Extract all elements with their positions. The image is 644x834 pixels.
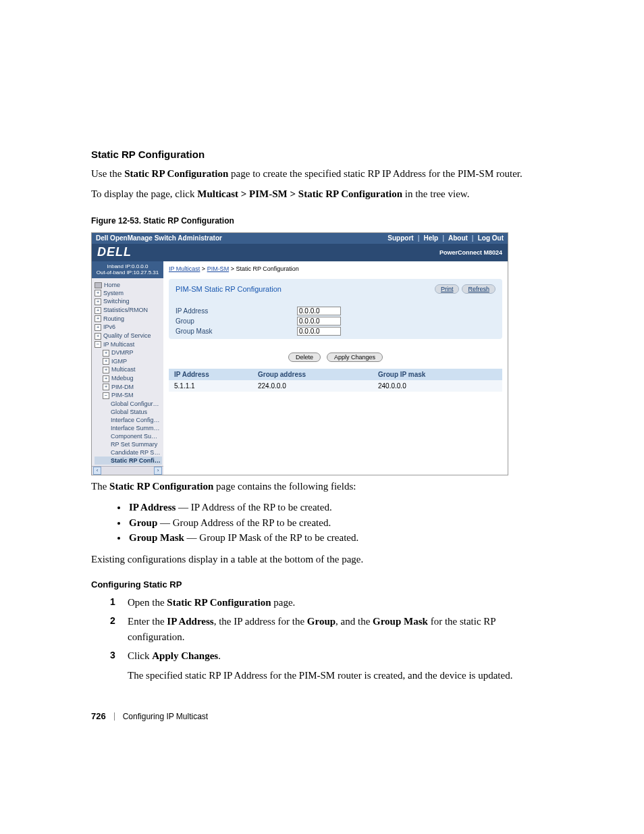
th-ip-address: IP Address [174,371,258,378]
text-bold: Group [307,616,336,627]
expand-icon[interactable]: + [95,307,101,314]
expand-icon[interactable]: + [103,367,109,373]
config-panel: PIM-SM Static RP Configuration Print Ref… [169,279,502,339]
text: page to create the specified static RP I… [228,168,522,179]
sub-heading: Configuring Static RP [91,579,553,590]
expand-icon[interactable]: + [103,375,109,382]
text-bold: Static RP Configuration [167,597,271,608]
nav-tree[interactable]: Inband IP:0.0.0.0 Out-of-band IP:10.27.5… [92,261,163,475]
page-number: 726 [91,711,106,721]
steps-list: Open the Static RP Configuration page. E… [91,595,553,683]
tree-multicast[interactable]: +Multicast [95,365,162,374]
tree-igmp[interactable]: +IGMP [95,357,162,366]
tree-dvmrp[interactable]: +DVMRP [95,348,162,357]
document-page: Static RP Configuration Use the Static R… [0,0,644,762]
tree-hscrollbar[interactable]: ‹ › [92,466,163,475]
delete-button[interactable]: Delete [288,353,321,362]
ss-topbar: Dell OpenManage Switch Administrator Sup… [92,233,508,244]
text: page. [271,597,296,608]
home-icon [95,282,102,288]
breadcrumb: IP Multicast > PIM-SM > Static RP Config… [169,261,502,279]
field-name: Group Mask [129,532,184,543]
text: Enter the [128,616,167,627]
tree-statistics[interactable]: +Statistics/RMON [95,306,162,315]
ss-main: IP Multicast > PIM-SM > Static RP Config… [163,261,508,475]
field-item-ip: IP Address — IP Address of the RP to be … [128,500,553,515]
tree-pimsm[interactable]: −PIM-SM [95,391,162,400]
button-row: Delete Apply Changes [169,343,502,369]
expand-icon[interactable]: + [95,290,101,296]
text: . [218,650,221,661]
tree-mdebug[interactable]: +Mdebug [95,374,162,383]
text-bold: IP Address [167,616,213,627]
expand-icon[interactable]: + [103,350,109,357]
tree-switching[interactable]: +Switching [95,297,162,306]
text: , the IP address for the [214,616,307,627]
tree-ipmulticast[interactable]: −IP Multicast [95,340,162,349]
table-row: 5.1.1.1 224.0.0.0 240.0.0.0 [169,380,502,392]
breadcrumb-ipmulticast[interactable]: IP Multicast [169,265,200,272]
th-group-address: Group address [258,371,378,378]
tree-routing[interactable]: +Routing [95,315,162,323]
field-name: IP Address [129,502,176,513]
breadcrumb-current: Static RP Configuration [236,265,298,272]
step-3-result: The specified static RP IP Address for t… [128,668,553,683]
step-3: Click Apply Changes. The specified stati… [118,648,553,683]
collapse-icon[interactable]: − [103,392,109,399]
breadcrumb-pimsm[interactable]: PIM-SM [207,265,230,272]
text: page contains the following fields: [213,481,356,492]
field-desc: — Group Address of the RP to be created. [157,517,331,528]
print-button[interactable]: Print [435,284,460,294]
ip-address-input[interactable] [297,307,341,315]
expand-icon[interactable]: + [103,384,109,390]
tree-static-rp-active[interactable]: Static RP Configura [95,457,162,465]
label-group: Group [176,317,297,325]
apply-changes-button[interactable]: Apply Changes [327,353,383,362]
tree-interface-summary[interactable]: Interface Summary [95,424,162,432]
tree-candidate-rp[interactable]: Candidate RP Summ [95,448,162,457]
scroll-right-icon[interactable]: › [154,467,162,475]
tree-pimdm[interactable]: +PIM-DM [95,383,162,392]
field-item-group: Group — Group Address of the RP to be cr… [128,515,553,531]
topbar-link-support[interactable]: Support [387,234,413,242]
tree-qos[interactable]: +Quality of Service [95,332,162,340]
table-header: IP Address Group address Group IP mask [169,369,502,380]
separator: | [442,234,444,242]
tree-interface-config[interactable]: Interface Configuration [95,416,162,424]
expand-icon[interactable]: + [95,324,101,331]
page-footer: 726 Configuring IP Multicast [91,711,553,721]
tree-system[interactable]: +System [95,289,162,298]
text: , and the [336,616,373,627]
field-desc: — IP Address of the RP to be created. [176,502,331,513]
collapse-icon[interactable]: − [95,341,101,348]
tree-component-summary[interactable]: Component Summary [95,432,162,440]
topbar-link-about[interactable]: About [448,234,468,242]
topbar-link-help[interactable]: Help [423,234,438,242]
separator: | [472,234,474,242]
label-group-mask: Group Mask [176,328,297,335]
expand-icon[interactable]: + [103,358,109,365]
tree-ipv6[interactable]: +IPv6 [95,323,162,332]
tree-rpset-summary[interactable]: RP Set Summary [95,440,162,448]
group-mask-input[interactable] [297,327,341,336]
tree-home[interactable]: Home [95,281,162,289]
tree-global-status[interactable]: Global Status [95,408,162,416]
text: Open the [128,597,167,608]
text: The [91,481,109,492]
tree-global-config[interactable]: Global Configuration [95,400,162,408]
text: in the tree view. [402,188,469,199]
nav-paragraph: To display the page, click Multicast > P… [91,187,553,201]
label-ip-address: IP Address [176,307,297,315]
group-input[interactable] [297,317,341,325]
scroll-left-icon[interactable]: ‹ [93,467,101,475]
expand-icon[interactable]: + [95,315,101,322]
expand-icon[interactable]: + [95,298,101,305]
form-row-group: Group [176,316,495,326]
section-heading: Static RP Configuration [91,149,553,160]
topbar-link-logout[interactable]: Log Out [478,234,504,242]
expand-icon[interactable]: + [95,333,101,340]
text-bold: Group Mask [373,616,428,627]
td-ip-address: 5.1.1.1 [174,382,258,390]
text-bold: Apply Changes [152,650,218,661]
refresh-button[interactable]: Refresh [462,284,495,294]
